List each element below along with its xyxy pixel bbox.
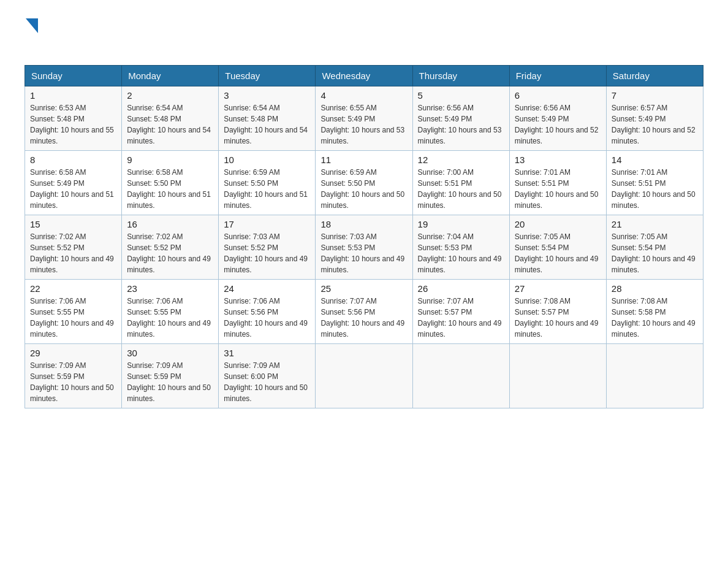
day-info: Sunrise: 7:01 AMSunset: 5:51 PMDaylight:… (515, 167, 601, 211)
day-info: Sunrise: 6:54 AMSunset: 5:48 PMDaylight:… (127, 102, 213, 147)
calendar-cell: 3Sunrise: 6:54 AMSunset: 5:48 PMDaylight… (219, 86, 316, 151)
logo-triangle-icon (26, 18, 38, 33)
day-info: Sunrise: 6:59 AMSunset: 5:50 PMDaylight:… (320, 167, 407, 211)
day-number: 23 (127, 283, 213, 294)
calendar-cell: 24Sunrise: 7:06 AMSunset: 5:56 PMDayligh… (219, 280, 316, 344)
day-number: 11 (320, 155, 407, 165)
day-info: Sunrise: 7:06 AMSunset: 5:55 PMDaylight:… (127, 296, 213, 340)
day-number: 19 (418, 219, 504, 229)
day-number: 9 (127, 155, 213, 165)
day-info: Sunrise: 6:56 AMSunset: 5:49 PMDaylight:… (515, 102, 601, 147)
calendar-week-row: 1Sunrise: 6:53 AMSunset: 5:48 PMDaylight… (25, 86, 703, 151)
calendar-header-thursday: Thursday (412, 66, 509, 86)
calendar-cell: 1Sunrise: 6:53 AMSunset: 5:48 PMDaylight… (25, 86, 122, 151)
day-number: 2 (127, 90, 213, 101)
day-number: 30 (127, 348, 213, 358)
day-number: 8 (30, 155, 116, 165)
calendar-cell (316, 344, 412, 408)
day-number: 31 (224, 348, 310, 358)
day-number: 26 (418, 283, 504, 294)
calendar-header-row: SundayMondayTuesdayWednesdayThursdayFrid… (25, 66, 703, 86)
day-number: 20 (515, 219, 601, 229)
calendar-cell: 16Sunrise: 7:02 AMSunset: 5:52 PMDayligh… (122, 215, 219, 280)
calendar-cell: 9Sunrise: 6:58 AMSunset: 5:50 PMDaylight… (122, 151, 219, 215)
day-info: Sunrise: 7:02 AMSunset: 5:52 PMDaylight:… (30, 231, 116, 275)
calendar-cell: 4Sunrise: 6:55 AMSunset: 5:49 PMDaylight… (316, 86, 412, 151)
calendar-cell (606, 344, 703, 408)
svg-marker-0 (26, 18, 38, 33)
day-info: Sunrise: 6:57 AMSunset: 5:49 PMDaylight:… (612, 102, 698, 147)
day-info: Sunrise: 7:04 AMSunset: 5:53 PMDaylight:… (418, 231, 504, 275)
calendar-cell: 27Sunrise: 7:08 AMSunset: 5:57 PMDayligh… (509, 280, 606, 344)
calendar-cell: 30Sunrise: 7:09 AMSunset: 5:59 PMDayligh… (122, 344, 219, 408)
day-info: Sunrise: 6:53 AMSunset: 5:48 PMDaylight:… (30, 102, 116, 147)
day-info: Sunrise: 6:59 AMSunset: 5:50 PMDaylight:… (224, 167, 310, 211)
day-number: 4 (320, 90, 407, 101)
calendar-cell: 5Sunrise: 6:56 AMSunset: 5:49 PMDaylight… (412, 86, 509, 151)
day-number: 7 (612, 90, 698, 101)
day-number: 16 (127, 219, 213, 229)
day-number: 6 (515, 90, 601, 101)
calendar-cell: 25Sunrise: 7:07 AMSunset: 5:56 PMDayligh… (316, 280, 412, 344)
day-number: 5 (418, 90, 504, 101)
day-number: 1 (30, 90, 116, 101)
calendar-cell: 14Sunrise: 7:01 AMSunset: 5:51 PMDayligh… (606, 151, 703, 215)
logo (25, 18, 38, 53)
day-number: 18 (320, 219, 407, 229)
day-info: Sunrise: 7:02 AMSunset: 5:52 PMDaylight:… (127, 231, 213, 275)
calendar-cell: 23Sunrise: 7:06 AMSunset: 5:55 PMDayligh… (122, 280, 219, 344)
calendar-cell: 18Sunrise: 7:03 AMSunset: 5:53 PMDayligh… (316, 215, 412, 280)
calendar-cell: 21Sunrise: 7:05 AMSunset: 5:54 PMDayligh… (606, 215, 703, 280)
day-number: 15 (30, 219, 116, 229)
calendar-cell: 31Sunrise: 7:09 AMSunset: 6:00 PMDayligh… (219, 344, 316, 408)
day-info: Sunrise: 7:08 AMSunset: 5:57 PMDaylight:… (515, 296, 601, 340)
calendar-header-saturday: Saturday (606, 66, 703, 86)
calendar-cell: 28Sunrise: 7:08 AMSunset: 5:58 PMDayligh… (606, 280, 703, 344)
calendar-header-monday: Monday (122, 66, 219, 86)
calendar-cell: 12Sunrise: 7:00 AMSunset: 5:51 PMDayligh… (412, 151, 509, 215)
day-number: 17 (224, 219, 310, 229)
day-number: 21 (612, 219, 698, 229)
calendar-header-wednesday: Wednesday (316, 66, 412, 86)
calendar-cell: 11Sunrise: 6:59 AMSunset: 5:50 PMDayligh… (316, 151, 412, 215)
calendar-cell: 10Sunrise: 6:59 AMSunset: 5:50 PMDayligh… (219, 151, 316, 215)
calendar-header-tuesday: Tuesday (219, 66, 316, 86)
calendar-cell: 15Sunrise: 7:02 AMSunset: 5:52 PMDayligh… (25, 215, 122, 280)
calendar-week-row: 29Sunrise: 7:09 AMSunset: 5:59 PMDayligh… (25, 344, 703, 408)
calendar-cell: 20Sunrise: 7:05 AMSunset: 5:54 PMDayligh… (509, 215, 606, 280)
day-info: Sunrise: 6:54 AMSunset: 5:48 PMDaylight:… (224, 102, 310, 147)
day-info: Sunrise: 6:58 AMSunset: 5:50 PMDaylight:… (127, 167, 213, 211)
calendar-cell (412, 344, 509, 408)
day-number: 14 (612, 155, 698, 165)
header (25, 18, 703, 53)
day-number: 12 (418, 155, 504, 165)
calendar-header-sunday: Sunday (25, 66, 122, 86)
calendar-week-row: 22Sunrise: 7:06 AMSunset: 5:55 PMDayligh… (25, 280, 703, 344)
day-info: Sunrise: 7:03 AMSunset: 5:52 PMDaylight:… (224, 231, 310, 275)
day-info: Sunrise: 6:55 AMSunset: 5:49 PMDaylight:… (320, 102, 407, 147)
day-number: 22 (30, 283, 116, 294)
calendar-cell: 26Sunrise: 7:07 AMSunset: 5:57 PMDayligh… (412, 280, 509, 344)
day-info: Sunrise: 7:07 AMSunset: 5:57 PMDaylight:… (418, 296, 504, 340)
day-info: Sunrise: 7:06 AMSunset: 5:55 PMDaylight:… (30, 296, 116, 340)
day-info: Sunrise: 6:56 AMSunset: 5:49 PMDaylight:… (418, 102, 504, 147)
calendar-table: SundayMondayTuesdayWednesdayThursdayFrid… (25, 65, 703, 408)
day-number: 3 (224, 90, 310, 101)
calendar-cell (509, 344, 606, 408)
day-info: Sunrise: 7:03 AMSunset: 5:53 PMDaylight:… (320, 231, 407, 275)
day-info: Sunrise: 7:06 AMSunset: 5:56 PMDaylight:… (224, 296, 310, 340)
calendar-cell: 13Sunrise: 7:01 AMSunset: 5:51 PMDayligh… (509, 151, 606, 215)
calendar-cell: 22Sunrise: 7:06 AMSunset: 5:55 PMDayligh… (25, 280, 122, 344)
calendar-cell: 29Sunrise: 7:09 AMSunset: 5:59 PMDayligh… (25, 344, 122, 408)
day-info: Sunrise: 7:09 AMSunset: 5:59 PMDaylight:… (127, 360, 213, 404)
day-info: Sunrise: 7:07 AMSunset: 5:56 PMDaylight:… (320, 296, 407, 340)
day-number: 27 (515, 283, 601, 294)
calendar-week-row: 8Sunrise: 6:58 AMSunset: 5:49 PMDaylight… (25, 151, 703, 215)
day-number: 10 (224, 155, 310, 165)
calendar-week-row: 15Sunrise: 7:02 AMSunset: 5:52 PMDayligh… (25, 215, 703, 280)
day-info: Sunrise: 7:08 AMSunset: 5:58 PMDaylight:… (612, 296, 698, 340)
day-info: Sunrise: 6:58 AMSunset: 5:49 PMDaylight:… (30, 167, 116, 211)
day-info: Sunrise: 7:01 AMSunset: 5:51 PMDaylight:… (612, 167, 698, 211)
day-info: Sunrise: 7:00 AMSunset: 5:51 PMDaylight:… (418, 167, 504, 211)
calendar-cell: 8Sunrise: 6:58 AMSunset: 5:49 PMDaylight… (25, 151, 122, 215)
